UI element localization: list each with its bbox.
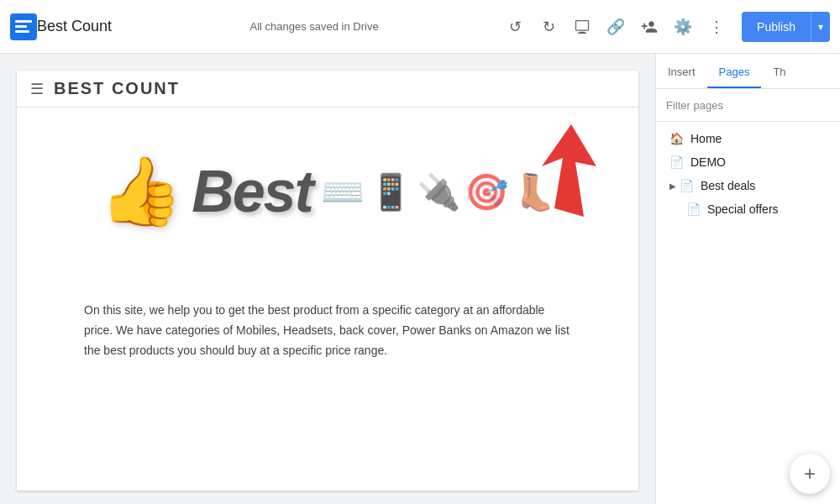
- phone-icon: 📱: [369, 171, 412, 213]
- settings-button[interactable]: ⚙️: [668, 12, 698, 42]
- add-user-button[interactable]: [634, 12, 664, 42]
- filter-label: Filter pages: [666, 99, 723, 112]
- right-sidebar: Insert Pages Th Filter pages 🏠 Home 📄 DE…: [655, 54, 840, 504]
- main-area: ☰ BEST COUNT 👍 Best ⌨️ 📱: [0, 54, 840, 504]
- more-button[interactable]: ⋮: [701, 12, 732, 42]
- sidebar-tabs: Insert Pages Th: [656, 54, 840, 89]
- target-icon: 🎯: [465, 171, 508, 213]
- hero-best-text: Best: [192, 158, 312, 225]
- page-item-demo-label: DEMO: [690, 155, 726, 169]
- saved-status: All changes saved in Drive: [129, 20, 500, 33]
- best-deals-page-icon: 📄: [680, 179, 694, 192]
- page-item-home[interactable]: 🏠 Home: [656, 127, 840, 150]
- page-item-special-offers-label: Special offers: [707, 202, 779, 216]
- publish-button[interactable]: Publish: [742, 12, 811, 42]
- publish-group: Publish ▾: [742, 12, 830, 42]
- svg-rect-1: [15, 20, 32, 23]
- home-page-icon: 🏠: [669, 132, 684, 145]
- special-offers-page-icon: 📄: [686, 202, 701, 216]
- tab-pages[interactable]: Pages: [707, 57, 762, 88]
- page-item-best-deals[interactable]: ▶ 📄 Best deals: [656, 174, 840, 197]
- editor-area: ☰ BEST COUNT 👍 Best ⌨️ 📱: [0, 54, 655, 504]
- page-item-demo[interactable]: 📄 DEMO: [656, 150, 840, 174]
- add-page-button[interactable]: +: [790, 454, 830, 494]
- redo-button[interactable]: ↻: [533, 12, 564, 42]
- filter-box: Filter pages: [656, 89, 840, 122]
- tab-theme[interactable]: Th: [761, 57, 797, 88]
- hero-banner: 👍 Best ⌨️ 📱 🔌 🎯 👢: [17, 108, 638, 276]
- hero-content: 👍 Best ⌨️ 📱 🔌 🎯 👢: [99, 152, 556, 231]
- undo-button[interactable]: ↺: [500, 12, 530, 42]
- boot-icon: 👢: [512, 171, 556, 213]
- page-header-title: BEST COUNT: [54, 79, 180, 98]
- tab-insert[interactable]: Insert: [656, 57, 707, 88]
- preview-button[interactable]: [567, 12, 597, 42]
- hamburger-icon: ☰: [30, 80, 44, 98]
- svg-rect-3: [15, 30, 29, 33]
- page-title: Best Count: [37, 18, 112, 35]
- page-description: On this site, we help you to get the bes…: [17, 276, 638, 394]
- toolbar-actions: ↺ ↻ 🔗 ⚙️ ⋮ Publish ▾: [500, 12, 830, 42]
- chevron-right-icon: ▶: [669, 181, 676, 191]
- svg-rect-4: [576, 20, 589, 30]
- plug-icon: 🔌: [417, 171, 460, 213]
- topbar: Best Count All changes saved in Drive ↺ …: [0, 0, 840, 54]
- sites-logo-icon: [10, 13, 37, 40]
- page-item-special-offers[interactable]: 📄 Special offers: [656, 197, 840, 221]
- pages-list: 🏠 Home 📄 DEMO ▶ 📄 Best deals 📄 Special o…: [656, 122, 840, 444]
- hero-icons: ⌨️ 📱 🔌 🎯 👢: [321, 171, 556, 213]
- keyboard-icon: ⌨️: [321, 171, 365, 213]
- page-item-home-label: Home: [690, 132, 722, 145]
- thumbs-up-emoji: 👍: [99, 152, 183, 231]
- page-header: ☰ BEST COUNT: [17, 71, 638, 108]
- demo-page-icon: 📄: [669, 155, 684, 169]
- page-canvas: ☰ BEST COUNT 👍 Best ⌨️ 📱: [17, 71, 638, 491]
- publish-dropdown-button[interactable]: ▾: [811, 12, 830, 42]
- page-item-best-deals-label: Best deals: [701, 179, 755, 192]
- svg-rect-2: [15, 25, 27, 28]
- link-button[interactable]: 🔗: [601, 12, 631, 42]
- fab-area: +: [656, 444, 840, 504]
